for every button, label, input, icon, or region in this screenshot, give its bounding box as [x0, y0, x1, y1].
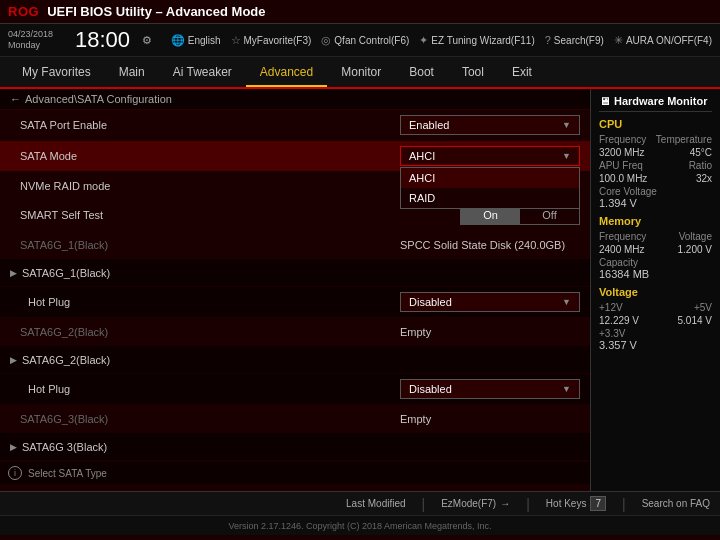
hw-cpu-freq-value: 3200 MHz	[599, 147, 645, 158]
sata-mode-dropdown[interactable]: AHCI ▼	[400, 146, 580, 166]
hw-apu-label-row: APU Freq Ratio	[599, 160, 712, 171]
search-on-faq-btn[interactable]: Search on FAQ	[642, 498, 710, 509]
hw-apu-val-row: 100.0 MHz 32x	[599, 173, 712, 184]
breadcrumb: ← Advanced\SATA Configuration	[0, 89, 590, 110]
hw-3v3-label: +3.3V	[599, 328, 712, 339]
status-bar: Last Modified | EzMode(F7) → | Hot Keys …	[0, 491, 720, 515]
hw-core-voltage-label: Core Voltage	[599, 186, 712, 197]
hw-5v-value: 5.014 V	[678, 315, 712, 326]
expand-arrow-2: ▶	[10, 355, 17, 365]
expand-arrow-1: ▶	[10, 268, 17, 278]
hw-3v3-value: 3.357 V	[599, 339, 712, 351]
qfan-label: Qfan Control(F6)	[334, 35, 409, 46]
version-bar: Version 2.17.1246. Copyright (C) 2018 Am…	[0, 515, 720, 535]
hw-mem-volt-value: 1.200 V	[678, 244, 712, 255]
fan-icon: ◎	[321, 34, 331, 47]
hw-12v-value: 12.229 V	[599, 315, 639, 326]
tab-my-favorites[interactable]: My Favorites	[8, 59, 105, 85]
sata6g2-group-label: SATA6G_2(Black)	[22, 354, 580, 366]
divider-1: |	[422, 496, 426, 512]
sata-port-enable-row: SATA Port Enable Enabled ▼	[0, 110, 590, 141]
info-text: Select SATA Type	[28, 468, 107, 479]
sata6g3-disk-row: SATA6G_3(Black) Empty	[0, 405, 590, 433]
title-bar: ROG UEFI BIOS Utility – Advanced Mode	[0, 0, 720, 24]
day-display: Monday	[8, 40, 63, 51]
sata6g1-hotplug-dropdown[interactable]: Disabled ▼	[400, 292, 580, 312]
sata6g2-disk-label: SATA6G_2(Black)	[20, 326, 400, 338]
ez-mode-btn[interactable]: EzMode(F7) →	[441, 498, 510, 509]
hot-key-num: 7	[590, 496, 606, 511]
info-icons-group: 🌐 English ☆ MyFavorite(F3) ◎ Qfan Contro…	[164, 34, 712, 47]
sata-port-enable-dropdown[interactable]: Enabled ▼	[400, 115, 580, 135]
sata6g1-group-label: SATA6G_1(Black)	[22, 267, 580, 279]
sata6g2-group-row[interactable]: ▶ SATA6G_2(Black)	[0, 346, 590, 374]
app-title: UEFI BIOS Utility – Advanced Mode	[47, 4, 265, 19]
search-label: Search(F9)	[554, 35, 604, 46]
search-btn[interactable]: ? Search(F9)	[545, 34, 604, 46]
wand-icon: ✦	[419, 34, 428, 47]
tab-ai-tweaker[interactable]: Ai Tweaker	[159, 59, 246, 85]
sata-mode-option-ahci[interactable]: AHCI	[401, 168, 579, 188]
hot-keys-btn[interactable]: Hot Keys 7	[546, 496, 606, 511]
qfan-btn[interactable]: ◎ Qfan Control(F6)	[321, 34, 409, 47]
last-modified-text: Last Modified	[346, 498, 405, 509]
back-arrow[interactable]: ←	[10, 93, 21, 105]
sata6g3-disk-value: Empty	[400, 413, 580, 425]
sata-port-enable-value: Enabled	[409, 119, 449, 131]
sata6g2-hotplug-row: Hot Plug Disabled ▼	[0, 374, 590, 405]
date-display: 04/23/2018	[8, 29, 63, 40]
monitor-icon: 🖥	[599, 95, 610, 107]
gear-icon[interactable]: ⚙	[142, 34, 152, 47]
myfavorites-btn[interactable]: ☆ MyFavorite(F3)	[231, 34, 312, 47]
tab-main[interactable]: Main	[105, 59, 159, 85]
sata6g2-disk-value: Empty	[400, 326, 580, 338]
hw-ratio-value: 32x	[696, 173, 712, 184]
hw-cpu-temp-value: 45°C	[690, 147, 712, 158]
hw-apu-freq-value: 100.0 MHz	[599, 173, 647, 184]
ez-mode-icon: →	[500, 498, 510, 509]
sata6g2-hotplug-label: Hot Plug	[28, 383, 400, 395]
tab-boot[interactable]: Boot	[395, 59, 448, 85]
hw-voltage-section: Voltage	[599, 286, 712, 298]
sata6g1-hotplug-label: Hot Plug	[28, 296, 400, 308]
hw-mem-volt-label: Voltage	[679, 231, 712, 242]
sata6g3-group-label: SATA6G 3(Black)	[22, 441, 580, 453]
version-text: Version 2.17.1246. Copyright (C) 2018 Am…	[228, 521, 491, 531]
star-icon: ☆	[231, 34, 241, 47]
time-display: 18:00	[75, 27, 130, 53]
language-selector[interactable]: 🌐 English	[171, 34, 221, 47]
expand-arrow-3: ▶	[10, 442, 17, 452]
hw-mem-freq-label: Frequency	[599, 231, 646, 242]
sata6g1-disk-label: SATA6G_1(Black)	[20, 239, 400, 251]
dropdown-arrow-sata: ▼	[562, 151, 571, 161]
hot-keys-label: Hot Keys	[546, 498, 587, 509]
hw-monitor-panel: 🖥 Hardware Monitor CPU Frequency Tempera…	[590, 89, 720, 491]
eztuning-btn[interactable]: ✦ EZ Tuning Wizard(F11)	[419, 34, 534, 47]
sata6g1-hotplug-value: Disabled	[409, 296, 452, 308]
hw-12v-val-row: 12.229 V 5.014 V	[599, 315, 712, 326]
sata-mode-option-raid[interactable]: RAID	[401, 188, 579, 208]
hw-core-voltage-value: 1.394 V	[599, 197, 712, 209]
aura-btn[interactable]: ✳ AURA ON/OFF(F4)	[614, 34, 712, 47]
hw-apu-freq-label: APU Freq	[599, 160, 643, 171]
hw-12v-label: +12V	[599, 302, 623, 313]
hw-12v-label-row: +12V +5V	[599, 302, 712, 313]
hw-capacity-value: 16384 MB	[599, 268, 712, 280]
sata-mode-dropdown-list[interactable]: AHCI RAID	[400, 167, 580, 209]
sata6g1-disk-value: SPCC Solid State Disk (240.0GB)	[400, 239, 580, 251]
nav-tabs: My Favorites Main Ai Tweaker Advanced Mo…	[0, 57, 720, 89]
tab-exit[interactable]: Exit	[498, 59, 546, 85]
tab-tool[interactable]: Tool	[448, 59, 498, 85]
aura-label: AURA ON/OFF(F4)	[626, 35, 712, 46]
sata6g3-group-row[interactable]: ▶ SATA6G 3(Black)	[0, 433, 590, 461]
rog-logo: ROG	[8, 4, 39, 19]
sata-mode-row: SATA Mode AHCI ▼ AHCI RAID	[0, 141, 590, 172]
eztuning-label: EZ Tuning Wizard(F11)	[431, 35, 534, 46]
sata6g2-hotplug-dropdown[interactable]: Disabled ▼	[400, 379, 580, 399]
sata6g1-disk-row: SATA6G_1(Black) SPCC Solid State Disk (2…	[0, 231, 590, 259]
sata6g1-group-row[interactable]: ▶ SATA6G_1(Black)	[0, 259, 590, 287]
hw-capacity-label: Capacity	[599, 257, 712, 268]
tab-advanced[interactable]: Advanced	[246, 59, 327, 87]
tab-monitor[interactable]: Monitor	[327, 59, 395, 85]
breadcrumb-path: Advanced\SATA Configuration	[25, 93, 172, 105]
